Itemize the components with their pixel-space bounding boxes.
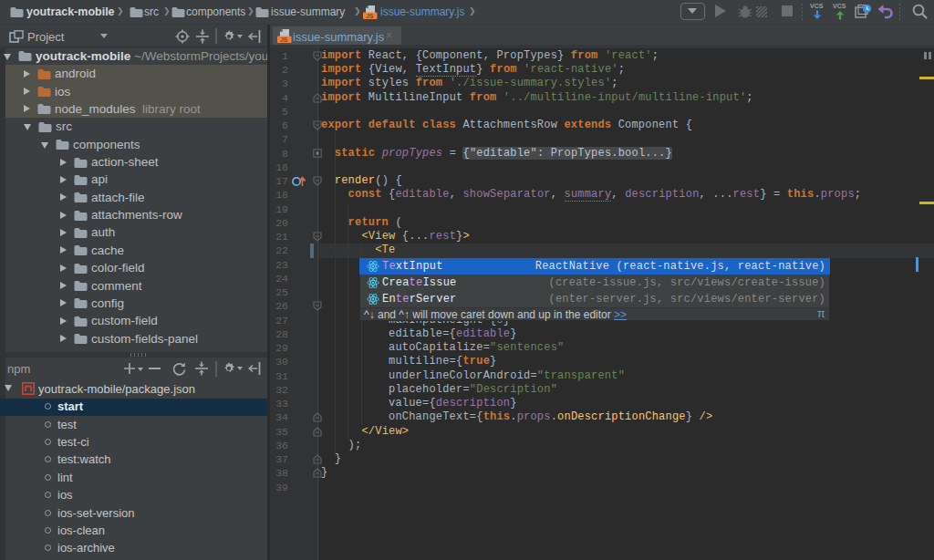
svg-text:JS: JS — [280, 36, 288, 43]
svg-text:JS: JS — [366, 13, 374, 19]
